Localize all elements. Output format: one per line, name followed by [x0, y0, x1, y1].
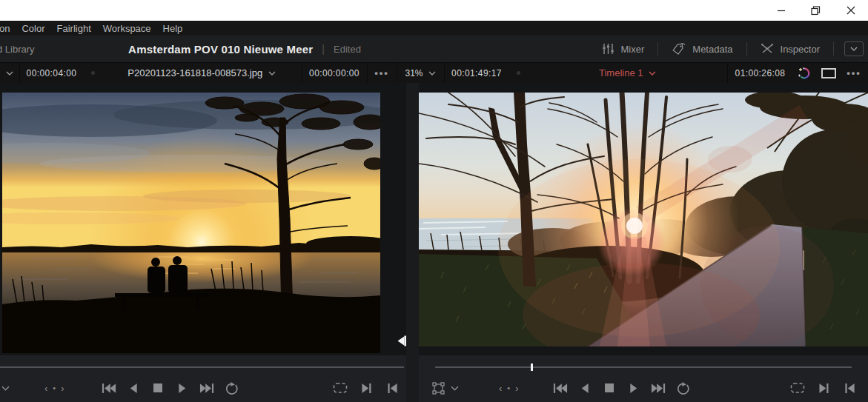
viewer-display-mode-button[interactable]	[818, 63, 840, 83]
header-bar: d Library Amsterdam POV 010 Nieuwe Meer …	[0, 36, 868, 62]
jog-right-icon: ›	[515, 383, 518, 394]
skip-to-end-button[interactable]	[199, 381, 215, 395]
viewer-divider[interactable]	[406, 83, 419, 402]
step-back-button[interactable]	[577, 381, 593, 395]
next-edit-button[interactable]	[815, 381, 832, 395]
source-timecode-right[interactable]: 00:00:00:00	[302, 63, 367, 83]
transform-crop-icon	[432, 382, 445, 395]
color-enhance-icon	[798, 67, 812, 80]
menu-item-help[interactable]: Help	[157, 23, 189, 34]
mixer-button[interactable]: Mixer	[589, 36, 658, 62]
timeline-transport-bar: ‹ • ›	[419, 355, 868, 402]
inspector-button[interactable]: Inspector	[747, 36, 833, 62]
transform-tool-dropdown[interactable]	[432, 378, 459, 398]
grade-enhance-button[interactable]	[792, 63, 818, 83]
prev-edit-button[interactable]	[841, 381, 858, 395]
mixer-icon	[602, 43, 614, 55]
skip-to-start-button[interactable]	[552, 381, 569, 395]
timeline-viewer-panel: ‹ • ›	[419, 83, 868, 402]
timeline-image[interactable]	[419, 93, 868, 346]
loop-clip-button[interactable]	[332, 381, 348, 395]
timeline-playhead[interactable]	[531, 364, 533, 371]
frame-rectangle-icon	[821, 68, 836, 78]
source-options-menu[interactable]: •••	[367, 63, 397, 83]
project-title: Amsterdam POV 010 Nieuwe Meer	[128, 43, 313, 56]
chevron-down-icon	[268, 71, 276, 76]
jog-dot-icon: •	[507, 383, 510, 392]
timeline-playback-buttons	[552, 378, 691, 398]
timeline-name: Timeline 1	[599, 67, 643, 78]
metadata-button[interactable]: Metadata	[658, 36, 746, 62]
loop-playback-button[interactable]	[223, 381, 239, 395]
title-separator: |	[322, 43, 325, 55]
timeline-scrubber[interactable]	[435, 366, 852, 368]
source-scrubber[interactable]	[0, 366, 404, 368]
skip-to-start-button[interactable]	[101, 381, 117, 395]
jog-left-icon: ‹	[44, 383, 47, 394]
jog-right-icon: ›	[61, 383, 64, 394]
source-timecode-left[interactable]: 00:00:04:00	[19, 63, 83, 83]
minimize-icon	[777, 6, 786, 15]
source-jog-control[interactable]: ‹ • ›	[44, 378, 64, 398]
timeline-transport-controls: ‹ • ›	[419, 378, 868, 402]
metadata-tag-icon	[672, 43, 686, 55]
inspector-label: Inspector	[781, 44, 820, 55]
source-image[interactable]	[2, 93, 380, 353]
project-title-group: Amsterdam POV 010 Nieuwe Meer | Edited	[0, 36, 489, 62]
loop-playback-button[interactable]	[675, 381, 691, 395]
timeline-timecode-right[interactable]: 01:00:26:08	[727, 63, 792, 83]
clip-name: P20201123-161818-008573.jpg	[127, 67, 262, 78]
zoom-level: 31%	[405, 68, 423, 78]
inspector-icon	[761, 43, 774, 55]
chevron-down-icon	[451, 386, 459, 391]
header-divider	[833, 42, 834, 56]
edited-status: Edited	[334, 44, 361, 55]
menu-item-color[interactable]: Color	[16, 23, 50, 34]
menu-bar: on Color Fairlight Workspace Help	[0, 21, 868, 36]
loop-clip-button[interactable]	[789, 381, 806, 395]
timeline-jog-control[interactable]: ‹ • ›	[499, 378, 519, 398]
source-playback-buttons	[101, 378, 239, 398]
chevron-down-icon	[1, 386, 10, 391]
timeline-indicator-dot	[509, 63, 529, 83]
mixer-label: Mixer	[621, 44, 645, 55]
maximize-restore-button[interactable]	[798, 0, 833, 21]
menu-item-workspace[interactable]: Workspace	[97, 23, 157, 34]
timeline-edit-nav-buttons	[789, 378, 858, 398]
timeline-zoom-dropdown[interactable]: 31%	[397, 63, 444, 83]
source-clip-title[interactable]: P20201123-161818-008573.jpg	[102, 63, 302, 83]
source-transport-controls: ‹ • ›	[0, 378, 406, 402]
source-left-dropdown[interactable]	[1, 378, 10, 398]
viewer-toolbars: 00:00:04:00 P20201123-161818-008573.jpg …	[0, 62, 868, 83]
minimize-button[interactable]	[763, 0, 798, 21]
close-button[interactable]	[833, 0, 868, 21]
stop-button[interactable]	[150, 381, 166, 395]
stop-button[interactable]	[601, 381, 617, 395]
chevron-down-icon	[428, 71, 436, 76]
close-icon	[847, 6, 855, 15]
play-button[interactable]	[174, 381, 191, 395]
source-edit-nav-buttons	[332, 378, 400, 398]
timeline-title[interactable]: Timeline 1	[529, 63, 728, 83]
metadata-label: Metadata	[692, 44, 732, 55]
panel-toggle-buttons: Mixer Metadata Inspector	[589, 36, 864, 62]
prev-edit-button[interactable]	[384, 381, 400, 395]
source-viewer-panel: ‹ • ›	[0, 83, 406, 402]
play-button[interactable]	[626, 381, 642, 395]
jog-left-icon: ‹	[499, 383, 502, 394]
step-back-button[interactable]	[125, 381, 142, 395]
menu-item-fusion-cut[interactable]: on	[0, 23, 16, 34]
chevron-down-icon	[6, 71, 13, 76]
chevron-down-icon	[649, 71, 656, 76]
next-edit-button[interactable]	[358, 381, 374, 395]
source-indicator-dot	[83, 63, 102, 83]
restore-icon	[811, 6, 821, 16]
timeline-options-menu[interactable]: •••	[840, 63, 868, 83]
jog-dot-icon: •	[53, 383, 56, 392]
panel-overflow-dropdown[interactable]	[844, 41, 864, 56]
source-viewer-mode-dropdown[interactable]	[0, 63, 19, 83]
timeline-timecode-left[interactable]: 00:01:49:17	[444, 63, 509, 83]
menu-item-fairlight[interactable]: Fairlight	[51, 23, 97, 34]
skip-to-end-button[interactable]	[650, 381, 666, 395]
source-transport-bar: ‹ • ›	[0, 355, 406, 402]
